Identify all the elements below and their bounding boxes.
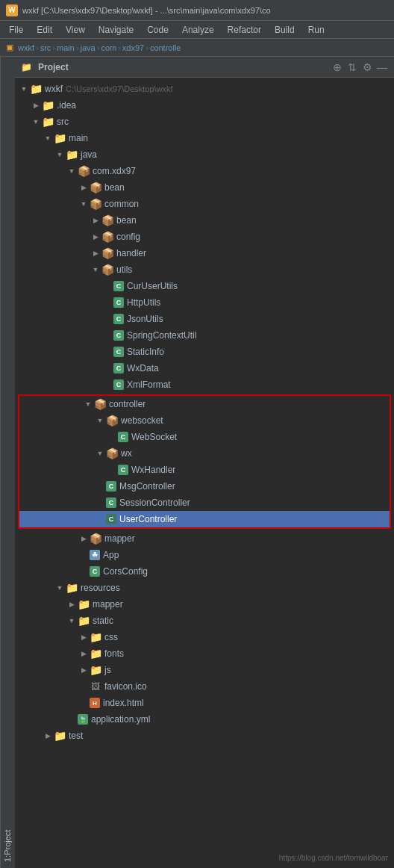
xmlformat-class-icon: C — [113, 379, 124, 390]
tree-config[interactable]: ▶ 📦 config — [15, 229, 394, 245]
tree-src[interactable]: ▼ 📁 src — [15, 114, 394, 130]
bc-xdx97[interactable]: xdx97 — [122, 43, 144, 52]
src-label: src — [57, 117, 69, 127]
main-folder-icon: 📁 — [54, 132, 66, 144]
wx-folder-icon: 📦 — [106, 447, 118, 459]
tree-bean-top[interactable]: ▶ 📦 bean — [15, 179, 394, 196]
breadcrumb: ▣ wxkf › src › main › java › com › xdx97… — [0, 39, 394, 57]
tree-index-html[interactable]: H index.html — [15, 695, 394, 711]
css-label: css — [104, 632, 118, 642]
tree-mapper-res[interactable]: ▶ 📁 mapper — [15, 596, 394, 613]
bc-wxkf[interactable]: wxkf — [18, 43, 34, 52]
tree-resources[interactable]: ▼ 📁 resources — [15, 580, 394, 596]
html-icon: H — [90, 698, 100, 708]
panel-title: Project — [38, 62, 328, 72]
menu-build[interactable]: Build — [269, 23, 301, 37]
idea-folder-icon: 📁 — [42, 99, 54, 111]
tree-application-yml[interactable]: 🍃 application.yml — [15, 711, 394, 728]
controller-section: ▼ 📦 controller ▼ 📦 websocket C WebSocke — [18, 394, 391, 529]
mapper-res-arrow: ▶ — [66, 601, 78, 608]
static-folder-icon: 📁 — [78, 615, 90, 627]
bc-main[interactable]: main — [57, 43, 75, 52]
tree-corsconfig[interactable]: C CorsConfig — [15, 563, 394, 580]
menu-refactor[interactable]: Refactor — [222, 23, 267, 37]
mapper-res-folder-icon: 📁 — [78, 598, 90, 610]
tree-com-xdx97[interactable]: ▼ 📦 com.xdx97 — [15, 163, 394, 179]
collapse-icon[interactable]: ⇅ — [346, 61, 358, 73]
websocket-class-icon: C — [118, 432, 128, 442]
tree-handler[interactable]: ▶ 📦 handler — [15, 245, 394, 261]
tree-idea[interactable]: ▶ 📁 .idea — [15, 97, 394, 114]
tree-jsonutils[interactable]: C JsonUtils — [15, 311, 394, 327]
curuserutils-class-icon: C — [113, 281, 124, 291]
tree-websocket-class[interactable]: C WebSocket — [19, 429, 390, 445]
bc-java[interactable]: java — [81, 43, 96, 52]
tree-css[interactable]: ▶ 📁 css — [15, 629, 394, 645]
tree-sessioncontroller[interactable]: C SessionController — [19, 495, 390, 511]
tree-wxdata[interactable]: C WxData — [15, 360, 394, 376]
tree-springcontextutil[interactable]: C SpringContextUtil — [15, 327, 394, 344]
tree-static[interactable]: ▼ 📁 static — [15, 613, 394, 629]
tree-app[interactable]: ☘ App — [15, 547, 394, 563]
tree-utils[interactable]: ▼ 📦 utils — [15, 261, 394, 278]
hide-icon[interactable]: — — [376, 61, 388, 73]
main-layout: 1:Project 📁 Project ⊕ ⇅ ⚙ — ▼ 📁 wxkf C:\… — [0, 57, 394, 868]
wxhandler-class-icon: C — [118, 465, 128, 475]
tree-bean-common[interactable]: ▶ 📦 bean — [15, 212, 394, 229]
tree-staticinfo[interactable]: C StaticInfo — [15, 344, 394, 360]
menu-run[interactable]: Run — [302, 23, 331, 37]
tree-httputils[interactable]: C HttpUtils — [15, 294, 394, 311]
js-folder-icon: 📁 — [90, 664, 101, 676]
tree-wx-folder[interactable]: ▼ 📦 wx — [19, 445, 390, 462]
common-folder-icon: 📦 — [90, 198, 101, 210]
menu-navigate[interactable]: Navigate — [93, 23, 140, 37]
menu-view[interactable]: View — [60, 23, 91, 37]
tree-msgcontroller[interactable]: C MsgController — [19, 478, 390, 495]
tree-main[interactable]: ▼ 📁 main — [15, 130, 394, 146]
wx-arrow: ▼ — [94, 450, 106, 457]
menu-edit[interactable]: Edit — [31, 23, 58, 37]
favicon-icon: 🖼 — [90, 681, 101, 692]
bc-controller[interactable]: controlle — [150, 43, 181, 52]
staticinfo-label: StaticInfo — [127, 347, 164, 357]
resources-folder-icon: 📁 — [66, 582, 78, 594]
tree-fonts[interactable]: ▶ 📁 fonts — [15, 645, 394, 662]
js-label: js — [104, 665, 111, 675]
tree-root[interactable]: ▼ 📁 wxkf C:\Users\xdx97\Desktop\wxkf — [15, 81, 394, 97]
tree-favicon[interactable]: 🖼 favicon.ico — [15, 678, 394, 695]
app-label: App — [103, 550, 119, 560]
root-label: wxkf — [45, 84, 63, 94]
bean-top-folder-icon: 📦 — [90, 182, 101, 193]
utils-label: utils — [116, 264, 132, 275]
tree-websocket-folder[interactable]: ▼ 📦 websocket — [19, 412, 390, 429]
tree-test[interactable]: ▶ 📁 test — [15, 728, 394, 744]
settings-icon[interactable]: ⚙ — [361, 61, 373, 73]
mapper-arrow: ▶ — [78, 535, 90, 542]
tree-controller[interactable]: ▼ 📦 controller — [19, 396, 390, 412]
menu-analyze[interactable]: Analyze — [176, 23, 220, 37]
com-arrow: ▼ — [66, 167, 78, 175]
handler-folder-icon: 📦 — [101, 247, 113, 259]
com-folder-icon: 📦 — [78, 165, 90, 177]
bc-src[interactable]: src — [40, 43, 51, 52]
sync-icon[interactable]: ⊕ — [331, 61, 343, 73]
tree-js[interactable]: ▶ 📁 js — [15, 662, 394, 678]
src-folder-icon: 📁 — [42, 116, 54, 128]
tree-java[interactable]: ▼ 📁 java — [15, 146, 394, 163]
tree-xmlformat[interactable]: C XmlFormat — [15, 376, 394, 393]
bean-common-arrow: ▶ — [90, 217, 101, 224]
common-label: common — [104, 199, 139, 209]
com-label: com.xdx97 — [93, 166, 136, 176]
resources-label: resources — [81, 583, 120, 593]
mapper-label: mapper — [104, 533, 135, 544]
tree-usercontroller[interactable]: C UserController — [19, 511, 390, 527]
tree-common[interactable]: ▼ 📦 common — [15, 196, 394, 212]
tree-mapper[interactable]: ▶ 📦 mapper — [15, 530, 394, 547]
corsconfig-label: CorsConfig — [103, 566, 148, 577]
menu-code[interactable]: Code — [141, 23, 175, 37]
menu-file[interactable]: File — [3, 23, 29, 37]
tree-curuserutils[interactable]: C CurUserUtils — [15, 278, 394, 294]
bc-com[interactable]: com — [101, 43, 116, 52]
tree-wxhandler[interactable]: C WxHandler — [19, 462, 390, 478]
project-side-tab[interactable]: 1:Project — [0, 57, 15, 868]
